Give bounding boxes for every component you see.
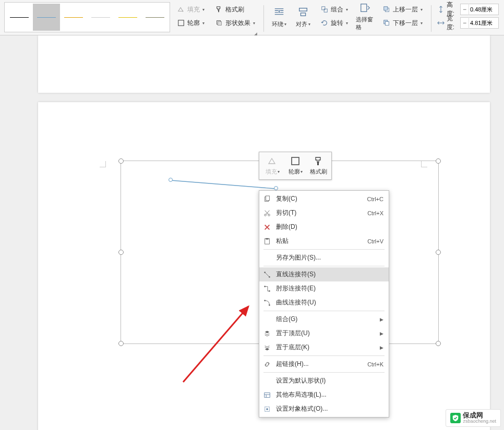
watermark-shield-icon bbox=[450, 413, 461, 423]
mini-outline-button[interactable]: 轮廓▾ bbox=[284, 154, 306, 177]
ctx-hyperlink[interactable]: 超链接(H)... Ctrl+K bbox=[259, 357, 389, 371]
selection-pane-button[interactable]: 选择窗格 bbox=[355, 2, 376, 31]
page-1-bottom[interactable] bbox=[38, 35, 490, 93]
resize-handle-bl[interactable] bbox=[118, 341, 124, 346]
align-icon bbox=[297, 6, 309, 18]
wrap-label: 环绕 bbox=[272, 20, 283, 28]
svg-rect-7 bbox=[322, 7, 325, 10]
ctx-paste[interactable]: 粘贴 Ctrl+V bbox=[259, 234, 389, 248]
outline-button[interactable]: 轮廓 ▾ bbox=[174, 17, 208, 29]
height-decrement[interactable]: − bbox=[461, 4, 469, 15]
mini-outline-label: 轮廓 bbox=[289, 168, 300, 176]
ctx-cut[interactable]: 剪切(T) Ctrl+X bbox=[259, 206, 389, 220]
line-style-gray[interactable] bbox=[87, 4, 114, 31]
ctx-format-object[interactable]: 设置对象格式(O)... bbox=[259, 402, 389, 416]
straight-connector-icon bbox=[262, 270, 272, 279]
ctx-other-layout[interactable]: 其他布局选项(L)... bbox=[259, 388, 389, 402]
ctx-separator bbox=[263, 355, 385, 356]
resize-handle-ml[interactable] bbox=[118, 250, 124, 255]
wrap-icon bbox=[273, 6, 285, 18]
shape-effects-icon bbox=[215, 19, 223, 27]
ctx-straight-connector[interactable]: 直线连接符(S) bbox=[259, 267, 389, 281]
delete-icon bbox=[262, 223, 272, 232]
ctx-group[interactable]: 组合(G) ▶ bbox=[259, 312, 389, 326]
bring-forward-button[interactable]: 上移一层 ▾ bbox=[379, 3, 426, 16]
ctx-separator bbox=[263, 372, 385, 373]
line-style-gallery bbox=[4, 2, 170, 32]
resize-handle-br[interactable] bbox=[436, 341, 441, 346]
bring-to-front-icon bbox=[262, 329, 272, 338]
line-style-blue[interactable] bbox=[33, 4, 60, 31]
ctx-cut-shortcut: Ctrl+X bbox=[367, 210, 383, 216]
ctx-hyperlink-label: 超链接(H)... bbox=[276, 360, 363, 368]
resize-handle-tr[interactable] bbox=[436, 158, 441, 164]
group-icon bbox=[320, 5, 329, 14]
ribbon-fill-outline-group: 填充 ▾ 轮廓 ▾ bbox=[173, 2, 208, 35]
shape-effects-button[interactable]: 形状效果 ▾ bbox=[212, 17, 258, 29]
ctx-send-to-back[interactable]: 置于底层(K) ▶ bbox=[259, 340, 389, 354]
dropdown-caret-icon: ▾ bbox=[421, 7, 423, 12]
resize-handle-tl[interactable] bbox=[118, 158, 124, 164]
hyperlink-icon bbox=[262, 360, 272, 369]
svg-rect-16 bbox=[317, 162, 319, 165]
mini-fill-button: 填充▾ bbox=[261, 154, 283, 177]
copy-icon bbox=[262, 194, 272, 204]
ctx-bring-to-front[interactable]: 置于顶层(U) ▶ bbox=[259, 326, 389, 340]
send-backward-button[interactable]: 下移一层 ▾ bbox=[379, 17, 426, 29]
ctx-save-as-picture-label: 另存为图片(S)... bbox=[276, 253, 383, 262]
ctx-copy[interactable]: 复制(C) Ctrl+C bbox=[259, 192, 389, 206]
ctx-separator bbox=[263, 311, 385, 311]
bring-forward-icon bbox=[382, 5, 391, 14]
document-canvas[interactable]: 填充▾ 轮廓▾ 格式刷 复制(C) Ctrl+C 剪切(T) Ctrl+X bbox=[0, 35, 504, 430]
line-style-yellow[interactable] bbox=[114, 4, 141, 31]
mini-format-painter-button[interactable]: 格式刷 bbox=[307, 154, 329, 177]
ctx-group-label: 组合(G) bbox=[276, 315, 376, 324]
dropdown-caret-icon: ▾ bbox=[346, 21, 348, 26]
connector-endpoint-start[interactable] bbox=[169, 178, 173, 182]
ctx-elbow-connector-label: 肘形连接符(E) bbox=[276, 284, 383, 293]
ctx-elbow-connector[interactable]: 肘形连接符(E) bbox=[259, 281, 389, 296]
ctx-separator bbox=[263, 249, 385, 250]
width-decrement[interactable]: − bbox=[461, 17, 469, 29]
ctx-format-object-label: 设置对象格式(O)... bbox=[276, 404, 383, 413]
watermark: 保成网 zsbaocheng.net bbox=[446, 409, 501, 427]
dropdown-caret-icon: ▾ bbox=[202, 21, 205, 26]
submenu-arrow-icon: ▶ bbox=[380, 331, 383, 336]
width-label: 宽度: bbox=[447, 14, 458, 32]
format-painter-button[interactable]: 格式刷 bbox=[212, 3, 258, 16]
svg-rect-9 bbox=[361, 4, 366, 12]
fill-button: 填充 ▾ bbox=[174, 3, 208, 16]
resize-handle-mr[interactable] bbox=[436, 250, 441, 255]
height-icon bbox=[437, 5, 445, 14]
send-backward-icon bbox=[382, 19, 391, 27]
wrap-button[interactable]: 环绕▾ bbox=[269, 2, 290, 31]
connector-endpoint-end[interactable] bbox=[274, 186, 278, 190]
align-button[interactable]: 对齐▾ bbox=[293, 2, 314, 31]
connector-line-shape[interactable] bbox=[169, 179, 278, 190]
bring-forward-label: 上移一层 bbox=[393, 5, 418, 14]
height-input[interactable] bbox=[469, 6, 498, 13]
line-style-black[interactable] bbox=[6, 4, 33, 31]
svg-rect-5 bbox=[299, 8, 307, 11]
format-object-icon bbox=[262, 404, 272, 414]
ctx-curved-connector[interactable]: 曲线连接符(U) bbox=[259, 296, 389, 310]
height-input-wrapper: − bbox=[460, 4, 499, 15]
ctx-save-as-picture[interactable]: 另存为图片(S)... bbox=[259, 251, 389, 265]
mini-fill-label: 填充 bbox=[266, 168, 277, 176]
submenu-arrow-icon: ▶ bbox=[380, 317, 383, 322]
rotate-button[interactable]: 旋转 ▾ bbox=[317, 17, 351, 29]
svg-rect-3 bbox=[218, 21, 221, 25]
format-painter-label: 格式刷 bbox=[225, 5, 244, 14]
width-input[interactable] bbox=[469, 20, 498, 26]
line-style-orange[interactable] bbox=[60, 4, 87, 31]
ctx-set-as-default[interactable]: 设置为默认形状(I) bbox=[259, 374, 389, 388]
dropdown-caret-icon: ▾ bbox=[346, 7, 348, 12]
ctx-delete-label: 删除(D) bbox=[276, 223, 383, 231]
svg-rect-15 bbox=[292, 157, 299, 165]
line-style-olive[interactable] bbox=[141, 4, 169, 31]
ribbon-toolbar: 填充 ▾ 轮廓 ▾ 格式刷 形状效果 ▾ ◢ bbox=[0, 0, 504, 35]
ctx-paste-label: 粘贴 bbox=[276, 237, 363, 245]
group-button[interactable]: 组合 ▾ bbox=[317, 3, 351, 16]
ctx-copy-label: 复制(C) bbox=[276, 194, 363, 203]
ctx-delete[interactable]: 删除(D) bbox=[259, 220, 389, 234]
